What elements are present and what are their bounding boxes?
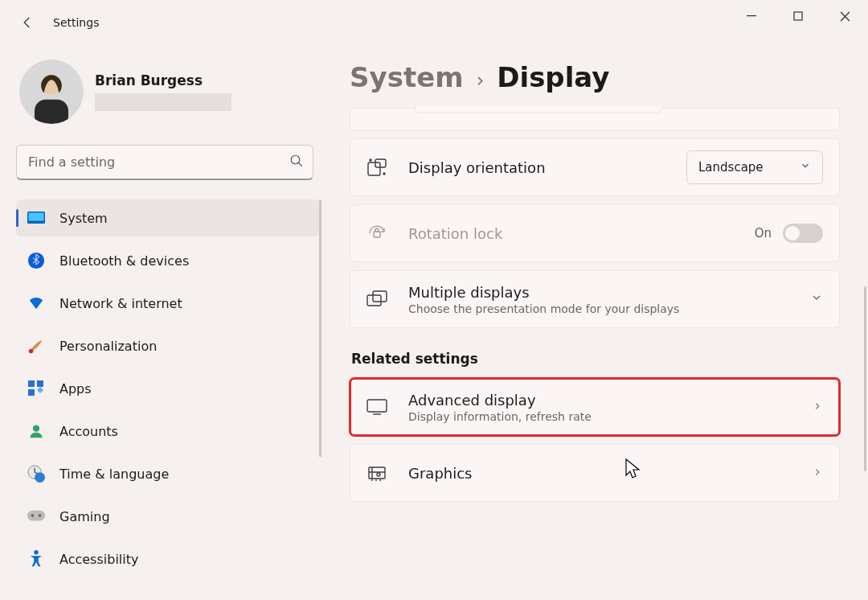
search-input[interactable] (16, 145, 313, 180)
rotation-lock-icon (366, 223, 387, 244)
orientation-icon (366, 157, 387, 178)
svg-point-18 (34, 550, 39, 555)
chevron-down-icon (800, 160, 811, 175)
content: System › Display Display orientation Lan… (321, 45, 868, 600)
svg-rect-27 (369, 467, 385, 479)
sidebar-item-gaming[interactable]: Gaming (16, 498, 320, 535)
chevron-down-icon[interactable] (810, 291, 823, 307)
graphics-icon (366, 462, 387, 483)
svg-point-4 (291, 155, 300, 164)
user-block[interactable]: Brian Burgess (16, 60, 313, 124)
sidebar-item-label: Bluetooth & devices (59, 253, 189, 269)
svg-point-8 (29, 349, 34, 354)
section-heading-related: Related settings (351, 351, 840, 367)
minimize-button[interactable] (728, 0, 775, 32)
svg-rect-19 (368, 162, 380, 175)
card-advanced-display[interactable]: Advanced display Display information, re… (350, 378, 840, 436)
select-value: Landscape (698, 160, 764, 175)
svg-point-12 (33, 425, 39, 432)
avatar (19, 60, 84, 124)
settings-window: Settings Brian Burgess (0, 0, 868, 600)
svg-rect-9 (28, 380, 35, 387)
person-icon (27, 422, 45, 440)
sidebar-item-label: Accessibility (59, 552, 138, 567)
svg-rect-10 (37, 380, 43, 387)
card-multiple-displays[interactable]: Multiple displays Choose the presentatio… (350, 270, 840, 328)
sidebar-item-label: System (59, 211, 108, 226)
paintbrush-icon (27, 337, 45, 355)
sidebar-item-label: Gaming (59, 509, 110, 524)
svg-rect-1 (794, 12, 802, 20)
bluetooth-icon (27, 252, 45, 269)
svg-point-21 (370, 159, 371, 161)
svg-point-17 (39, 514, 42, 517)
card-title: Advanced display (408, 392, 812, 409)
apps-icon (27, 380, 45, 397)
wifi-icon (27, 294, 45, 312)
svg-rect-23 (374, 232, 380, 237)
svg-rect-11 (28, 389, 35, 396)
svg-rect-25 (373, 291, 387, 302)
window-controls (728, 0, 868, 32)
orientation-select[interactable]: Landscape (686, 150, 823, 184)
close-button[interactable] (821, 0, 868, 32)
multiple-displays-icon (366, 289, 387, 310)
toggle-state-label: On (755, 226, 772, 240)
sidebar: Brian Burgess System (0, 45, 321, 600)
sidebar-item-system[interactable]: System (16, 199, 320, 236)
sidebar-item-label: Time & language (59, 466, 169, 482)
card-graphics[interactable]: Graphics (350, 444, 840, 502)
svg-point-14 (35, 472, 45, 483)
sidebar-item-label: Personalization (59, 339, 157, 354)
card-cropped (350, 108, 840, 130)
title-bar: Settings (0, 0, 868, 45)
sidebar-item-apps[interactable]: Apps (16, 370, 320, 407)
sidebar-item-network[interactable]: Network & internet (16, 285, 320, 322)
card-title: Graphics (408, 465, 812, 482)
card-rotation-lock: Rotation lock On (350, 204, 840, 262)
user-name: Brian Burgess (95, 72, 231, 88)
breadcrumb-current: Display (497, 61, 609, 93)
breadcrumb: System › Display (350, 61, 840, 93)
clock-globe-icon (27, 465, 45, 483)
search-icon (289, 154, 304, 171)
rotation-lock-toggle (783, 224, 823, 243)
user-email-redacted (95, 93, 231, 111)
svg-point-16 (31, 514, 35, 517)
card-title: Rotation lock (408, 225, 755, 242)
sidebar-item-bluetooth[interactable]: Bluetooth & devices (16, 242, 320, 279)
window-title: Settings (53, 16, 99, 29)
sidebar-item-label: Network & internet (59, 296, 182, 311)
card-subtitle: Choose the presentation mode for your di… (408, 302, 810, 315)
sidebar-item-label: Apps (59, 381, 92, 397)
chevron-right-icon (812, 466, 823, 481)
back-button[interactable] (16, 11, 39, 34)
svg-rect-6 (29, 213, 44, 221)
sidebar-item-accounts[interactable]: Accounts (16, 413, 320, 450)
svg-point-28 (377, 473, 380, 476)
chevron-right-icon: › (477, 69, 485, 92)
chevron-right-icon (812, 400, 823, 415)
card-title: Display orientation (408, 159, 686, 176)
svg-rect-3 (35, 100, 68, 124)
sidebar-nav: System Bluetooth & devices Network & int… (16, 199, 320, 577)
svg-rect-15 (27, 511, 45, 521)
content-scrollbar[interactable] (864, 286, 866, 471)
sidebar-item-label: Accounts (59, 424, 118, 439)
svg-rect-0 (747, 15, 756, 16)
maximize-button[interactable] (775, 0, 821, 32)
card-display-orientation[interactable]: Display orientation Landscape (350, 138, 840, 196)
sidebar-item-time-language[interactable]: Time & language (16, 455, 320, 492)
gamepad-icon (27, 508, 45, 525)
sidebar-item-personalization[interactable]: Personalization (16, 327, 320, 364)
system-icon (27, 209, 45, 227)
accessibility-icon (27, 550, 45, 568)
card-title: Multiple displays (408, 284, 810, 301)
sidebar-item-accessibility[interactable]: Accessibility (16, 540, 320, 577)
breadcrumb-parent[interactable]: System (350, 61, 464, 93)
display-icon (366, 397, 387, 417)
svg-rect-24 (367, 295, 381, 306)
svg-point-22 (383, 173, 385, 175)
svg-rect-26 (367, 400, 387, 412)
card-subtitle: Display information, refresh rate (408, 410, 812, 423)
